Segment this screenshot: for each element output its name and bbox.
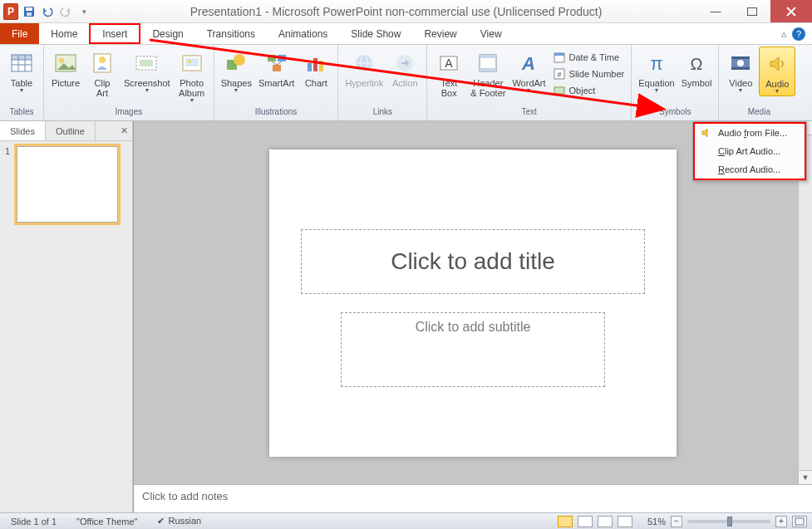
redo-icon[interactable] (58, 4, 73, 19)
symbol-button[interactable]: Ω Symbol (678, 47, 716, 90)
headerfooter-icon (475, 50, 501, 76)
table-button[interactable]: Table ▾ (3, 47, 40, 95)
view-normal-button[interactable] (558, 516, 573, 527)
pane-tab-slides[interactable]: Slides (0, 121, 46, 140)
screenshot-button[interactable]: Screenshot ▾ (121, 47, 174, 95)
svg-rect-15 (140, 60, 153, 66)
scroll-down-icon[interactable]: ▼ (799, 470, 812, 484)
status-slide-number: Slide 1 of 1 (5, 516, 62, 527)
save-icon[interactable] (22, 4, 37, 19)
audio-icon (700, 126, 713, 140)
picture-icon (52, 50, 79, 76)
notes-pane[interactable]: Click to add notes (134, 484, 812, 512)
wordart-button[interactable]: A WordArt ▾ (509, 47, 549, 95)
title-placeholder[interactable]: Click to add title (301, 229, 645, 294)
tab-review[interactable]: Review (412, 23, 468, 44)
maximize-button[interactable] (734, 0, 770, 22)
svg-rect-43 (554, 87, 564, 94)
slide-canvas[interactable]: Click to add title Click to add subtitle (269, 149, 677, 457)
svg-text:π: π (650, 53, 662, 74)
view-reading-button[interactable] (598, 516, 613, 527)
menu-record-audio[interactable]: Record Audio... (695, 160, 805, 179)
slidenumber-button[interactable]: #Slide Number (549, 66, 628, 81)
svg-rect-27 (313, 58, 317, 71)
svg-point-49 (737, 60, 744, 66)
group-tables: Table ▾ Tables (0, 45, 44, 120)
zoom-slider-thumb[interactable] (727, 517, 732, 527)
zoom-in-button[interactable]: + (775, 516, 787, 527)
object-button[interactable]: Object (549, 83, 628, 98)
qat-customize-icon[interactable]: ▾ (76, 4, 91, 19)
svg-rect-51 (795, 518, 804, 525)
equation-button[interactable]: π Equation ▾ (635, 47, 677, 95)
headerfooter-button[interactable]: Header & Footer (467, 47, 509, 100)
wordart-icon: A (515, 50, 542, 76)
thumbnail-image (17, 146, 118, 223)
tab-file[interactable]: File (0, 23, 39, 44)
group-links: Hyperlink Action Links (338, 45, 427, 120)
view-slideshow-button[interactable] (618, 516, 632, 527)
video-icon (727, 50, 754, 76)
tab-slideshow[interactable]: Slide Show (339, 23, 412, 44)
hyperlink-icon (351, 50, 377, 76)
audio-icon (764, 51, 790, 77)
zoom-level[interactable]: 51% (647, 517, 666, 527)
close-button[interactable] (770, 0, 812, 22)
tab-view[interactable]: View (469, 23, 514, 44)
fit-to-window-button[interactable] (792, 516, 807, 527)
audio-button[interactable]: Audio ▾ (759, 47, 795, 96)
chevron-down-icon: ▾ (527, 88, 530, 93)
group-symbols: π Equation ▾ Ω Symbol Symbols (632, 45, 719, 120)
chart-button[interactable]: Chart (298, 47, 334, 90)
picture-button[interactable]: Picture (47, 47, 84, 90)
screenshot-icon (134, 50, 160, 76)
datetime-icon (553, 51, 566, 64)
view-sorter-button[interactable] (578, 516, 593, 527)
svg-point-18 (188, 60, 191, 63)
status-theme: "Office Theme" (71, 516, 143, 527)
workspace: Slides Outline ✕ 1 Click to add title Cl… (0, 121, 812, 512)
tab-home[interactable]: Home (39, 23, 89, 44)
ribbon: Table ▾ Tables Picture Clip Art Screensh… (0, 45, 812, 121)
symbol-icon: Ω (683, 50, 710, 76)
hyperlink-button: Hyperlink (342, 47, 386, 90)
status-language[interactable]: ✔Russian (151, 515, 207, 527)
ribbon-minimize-icon[interactable]: ▵ (781, 27, 787, 40)
svg-rect-1 (26, 7, 32, 11)
ribbon-tabs: File Home Insert Design Transitions Anim… (0, 23, 812, 45)
video-button[interactable]: Video ▾ (722, 47, 759, 95)
slide-thumbnail-1[interactable]: 1 (5, 146, 127, 223)
tab-design[interactable]: Design (140, 23, 194, 44)
shapes-button[interactable]: Shapes ▾ (218, 47, 255, 95)
datetime-button[interactable]: Date & Time (549, 50, 628, 65)
tab-transitions[interactable]: Transitions (195, 23, 267, 44)
smartart-button[interactable]: SmartArt (255, 47, 298, 90)
app-icon[interactable]: P (3, 4, 18, 19)
textbox-button[interactable]: A Text Box (431, 47, 467, 100)
svg-rect-22 (278, 55, 286, 61)
group-illustrations: Shapes ▾ SmartArt Chart Illustrations (214, 45, 339, 120)
svg-point-13 (99, 56, 106, 63)
menu-audio-from-file[interactable]: Audio from File... (695, 124, 805, 142)
svg-point-20 (234, 54, 245, 66)
menu-clipart-audio[interactable]: Clip Art Audio... (695, 142, 805, 160)
subtitle-placeholder[interactable]: Click to add subtitle (341, 312, 605, 387)
zoom-slider[interactable] (687, 520, 770, 523)
undo-icon[interactable] (40, 4, 55, 19)
chart-icon (303, 50, 329, 76)
zoom-out-button[interactable]: − (671, 516, 682, 527)
group-images: Picture Clip Art Screenshot ▾ Photo Albu… (44, 45, 214, 120)
svg-rect-26 (308, 63, 312, 71)
pane-tab-outline[interactable]: Outline (46, 121, 96, 140)
tab-animations[interactable]: Animations (267, 23, 339, 44)
action-icon (391, 50, 418, 76)
photoalbum-button[interactable]: Photo Album ▾ (174, 47, 210, 105)
pane-close-button[interactable]: ✕ (116, 121, 132, 140)
clipart-button[interactable]: Clip Art (84, 47, 121, 100)
minimize-button[interactable]: — (697, 0, 734, 22)
help-icon[interactable]: ? (792, 27, 805, 41)
svg-text:A: A (522, 53, 536, 74)
svg-text:Ω: Ω (691, 55, 703, 73)
group-text: A Text Box Header & Footer A WordArt ▾ D… (427, 45, 632, 120)
tab-insert[interactable]: Insert (89, 23, 140, 44)
